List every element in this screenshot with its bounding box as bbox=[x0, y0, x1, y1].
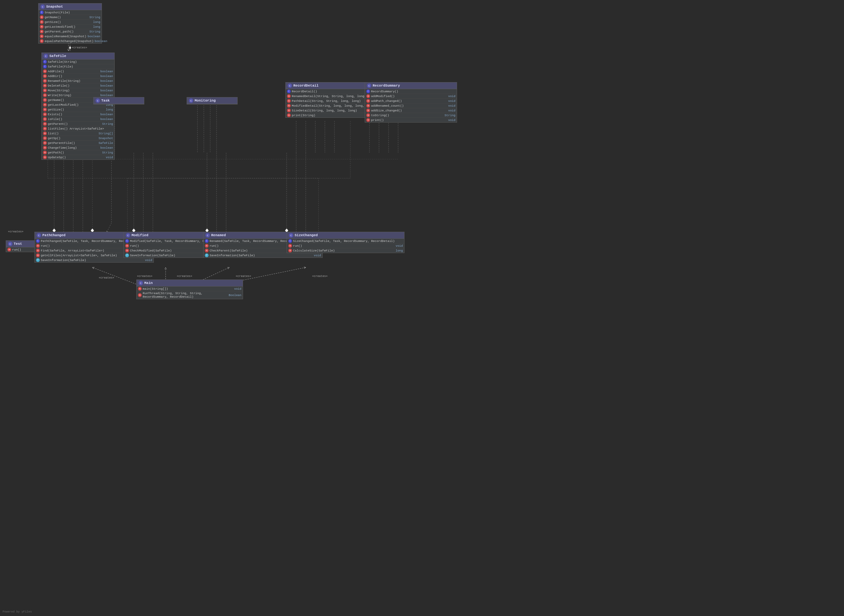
main-icon: C bbox=[138, 281, 143, 285]
monitoring-header: C Monitoring bbox=[187, 97, 237, 104]
main-header: C Main bbox=[137, 280, 243, 286]
snapshot-row-3: m getLastmodified() long bbox=[38, 25, 101, 29]
snapshot-row4-type: String bbox=[90, 30, 100, 34]
snapshot-row3-name: getLastmodified() bbox=[45, 25, 92, 29]
sizechanged-icon: C bbox=[289, 233, 293, 238]
snapshot-row1-icon: m bbox=[40, 15, 44, 19]
task-name: Task bbox=[101, 99, 110, 103]
snapshot-row-0: C Snapshot(File) bbox=[38, 10, 101, 15]
safefile-class: C SafeFile CSafeFile(String) CSafeFile(F… bbox=[41, 53, 114, 160]
snapshot-row5-name: equalsRenamed(Snapshot) bbox=[45, 35, 87, 38]
snapshot-row5-icon: m bbox=[40, 34, 44, 38]
recorddetail-icon: C bbox=[288, 84, 292, 88]
snapshot-name: Snapshot bbox=[46, 5, 63, 9]
snapshot-row4-icon: m bbox=[40, 29, 44, 34]
snapshot-row2-icon: m bbox=[40, 20, 44, 24]
recordsummary-header: C RecordSummary bbox=[365, 82, 457, 89]
sizechanged-header: C SizeChanged bbox=[287, 232, 404, 239]
svg-line-4 bbox=[107, 223, 112, 232]
recordsummary-class: C RecordSummary CRecordSummary() maddMod… bbox=[365, 82, 457, 123]
sizechanged-name: SizeChanged bbox=[295, 233, 318, 237]
modified-name: Modified bbox=[132, 233, 148, 237]
svg-text:«creates»: «creates» bbox=[72, 46, 87, 49]
renamed-name: Renamed bbox=[211, 233, 226, 237]
safefile-name: SafeFile bbox=[49, 54, 66, 58]
snapshot-row1-name: getName() bbox=[45, 16, 88, 19]
svg-text:«creates»: «creates» bbox=[236, 275, 251, 278]
main-class: C Main mmain(String[])void mRunThread(St… bbox=[136, 280, 243, 299]
svg-marker-47 bbox=[69, 46, 71, 49]
svg-text:«creates»: «creates» bbox=[99, 276, 114, 280]
test-icon: C bbox=[8, 242, 12, 246]
snapshot-row6-type: boolean bbox=[95, 40, 107, 43]
snapshot-row-5: m equalsRenamed(Snapshot) boolean bbox=[38, 34, 101, 39]
recordsummary-name: RecordSummary bbox=[373, 84, 400, 88]
snapshot-row2-type: long bbox=[93, 21, 100, 24]
monitoring-class: C Monitoring bbox=[186, 97, 238, 104]
safefile-header: C SafeFile bbox=[42, 53, 114, 60]
svg-text:«creates»: «creates» bbox=[177, 275, 192, 278]
snapshot-row6-name: equalsPathChanged(Snapshot) bbox=[45, 40, 94, 43]
snapshot-row3-type: long bbox=[93, 25, 100, 29]
task-header: C Task bbox=[94, 97, 144, 104]
snapshot-row0-name: Snapshot(File) bbox=[45, 11, 100, 14]
snapshot-icon: C bbox=[40, 4, 45, 9]
svg-text:«creates»: «creates» bbox=[137, 275, 153, 278]
monitoring-icon: C bbox=[189, 98, 193, 103]
recordsummary-icon: C bbox=[367, 84, 371, 88]
footer-text: Powered by yFiles bbox=[3, 610, 32, 613]
task-class: C Task bbox=[93, 97, 144, 104]
snapshot-header: C Snapshot bbox=[38, 3, 101, 10]
snapshot-row4-name: getParent_path() bbox=[45, 30, 88, 34]
svg-text:«creates»: «creates» bbox=[8, 230, 23, 233]
snapshot-row-2: m getSize() long bbox=[38, 20, 101, 25]
task-icon: C bbox=[95, 98, 100, 103]
main-name: Main bbox=[144, 281, 153, 285]
safefile-icon: C bbox=[44, 54, 48, 58]
diagram-canvas: «creates» bbox=[0, 0, 844, 616]
snapshot-row-6: m equalsPathChanged(Snapshot) boolean bbox=[38, 39, 101, 43]
snapshot-row5-type: boolean bbox=[88, 35, 100, 38]
snapshot-row-1: m getName() String bbox=[38, 15, 101, 20]
snapshot-class: C Snapshot C Snapshot(File) m getName() … bbox=[38, 3, 102, 44]
sizechanged-class: C SizeChanged CSizeChanged(SafeFile, Tas… bbox=[287, 232, 405, 253]
monitoring-name: Monitoring bbox=[195, 99, 216, 103]
pathchanged-icon: C bbox=[37, 233, 41, 238]
snapshot-row0-icon: C bbox=[40, 10, 44, 14]
snapshot-row1-type: String bbox=[90, 16, 100, 19]
snapshot-row6-icon: m bbox=[40, 39, 44, 43]
snapshot-row3-icon: m bbox=[40, 25, 44, 29]
pathchanged-name: PathChanged bbox=[43, 233, 66, 237]
renamed-icon: C bbox=[205, 233, 210, 238]
recorddetail-name: RecordDetail bbox=[293, 84, 319, 88]
snapshot-row2-name: getSize() bbox=[45, 21, 92, 24]
svg-text:«creates»: «creates» bbox=[312, 275, 328, 278]
test-name: Test bbox=[14, 242, 22, 246]
modified-icon: C bbox=[126, 233, 130, 238]
snapshot-row-4: m getParent_path() String bbox=[38, 29, 101, 34]
